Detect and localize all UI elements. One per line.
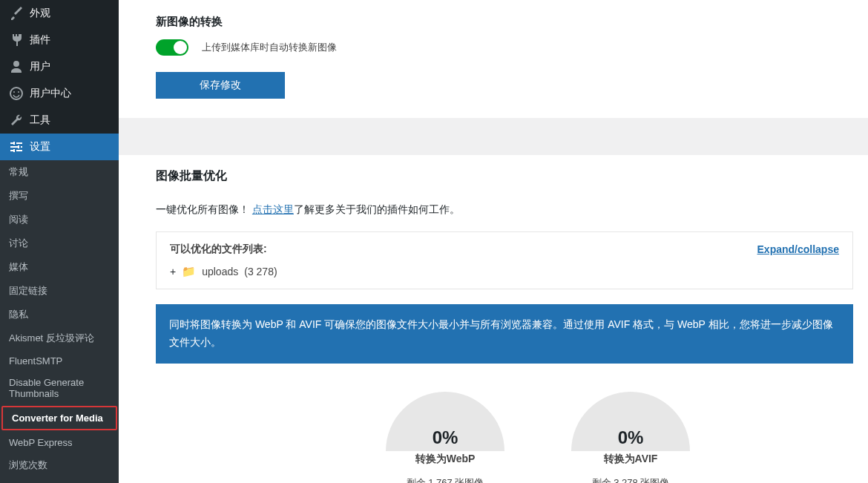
svg-point-2 — [18, 91, 19, 93]
sidebar-item-plugins[interactable]: 插件 — [0, 27, 119, 53]
sidebar-item-usercenter[interactable]: 用户中心 — [0, 80, 119, 107]
sidebar-item-label: 插件 — [30, 33, 50, 47]
gauge-label: 转换为WebP — [386, 453, 504, 466]
main-content: 新图像的转换 上传到媒体库时自动转换新图像 保存修改 图像批量优化 一键优化所有… — [119, 0, 868, 483]
folder-icon: 📁 — [182, 265, 196, 278]
user-icon — [9, 59, 24, 74]
submenu-akismet[interactable]: Akismet 反垃圾评论 — [0, 326, 119, 350]
gauge-percent: 0% — [571, 427, 690, 448]
info-banner: 同时将图像转换为 WebP 和 AVIF 可确保您的图像文件大小最小并与所有浏览… — [156, 304, 853, 364]
submenu-fluentsmtp[interactable]: FluentSMTP — [0, 350, 119, 372]
progress-gauges: 0% 转换为WebP 剩余 1 767 张图像 0% 转换为AVIF 剩余 3 … — [156, 392, 853, 483]
section-new-image-conversion: 新图像的转换 上传到媒体库时自动转换新图像 保存修改 — [156, 15, 853, 99]
gauge-percent: 0% — [386, 427, 504, 448]
section-bulk-optimize: 图像批量优化 一键优化所有图像！ 点击这里了解更多关于我们的插件如何工作。 可以… — [156, 168, 853, 483]
sidebar-item-tools[interactable]: 工具 — [0, 107, 119, 134]
submenu-views[interactable]: 浏览次数 — [0, 453, 119, 477]
submenu-writing[interactable]: 撰写 — [0, 184, 119, 208]
wrench-icon — [9, 113, 24, 128]
sidebar-item-label: 工具 — [30, 114, 50, 127]
auto-convert-toggle[interactable] — [156, 39, 188, 56]
section-title: 图像批量优化 — [156, 168, 853, 184]
plug-icon — [9, 33, 24, 47]
svg-point-1 — [13, 91, 15, 93]
gauge-avif: 0% 转换为AVIF 剩余 3 278 张图像 — [571, 392, 690, 483]
file-list-box: 可以优化的文件列表: Expand/collapse + 📁 uploads (… — [156, 231, 853, 289]
sidebar-item-appearance[interactable]: 外观 — [0, 0, 119, 27]
sliders-icon — [9, 139, 24, 154]
section-description: 一键优化所有图像！ 点击这里了解更多关于我们的插件如何工作。 — [156, 203, 853, 217]
paintbrush-icon — [9, 6, 24, 21]
toggle-label: 上传到媒体库时自动转换新图像 — [202, 41, 337, 54]
submenu-converter-for-media[interactable]: Converter for Media — [1, 406, 117, 430]
submenu-reading[interactable]: 阅读 — [0, 208, 119, 231]
folder-count: (3 278) — [244, 266, 277, 277]
submenu-permalinks[interactable]: 固定链接 — [0, 279, 119, 303]
folder-name: uploads — [202, 266, 238, 277]
admin-sidebar: 外观 插件 用户 用户中心 工具 设置 常规 撰写 阅读 讨论 媒体 固定链接 — [0, 0, 119, 483]
gauge-remaining: 剩余 3 278 张图像 — [571, 476, 690, 483]
sidebar-item-label: 用户中心 — [30, 87, 71, 100]
sidebar-item-label: 外观 — [30, 7, 50, 20]
sidebar-item-label: 设置 — [30, 140, 50, 154]
submenu-general[interactable]: 常规 — [0, 160, 119, 184]
submenu-discussion[interactable]: 讨论 — [0, 231, 119, 255]
expand-collapse-link[interactable]: Expand/collapse — [757, 243, 839, 255]
save-button[interactable]: 保存修改 — [156, 72, 285, 99]
gauge-webp: 0% 转换为WebP 剩余 1 767 张图像 — [386, 392, 504, 483]
submenu-privacy[interactable]: 隐私 — [0, 303, 119, 326]
sidebar-item-label: 用户 — [30, 60, 50, 73]
expand-icon[interactable]: + — [170, 266, 176, 277]
file-tree-row[interactable]: + 📁 uploads (3 278) — [170, 265, 839, 278]
submenu-wp-super-cache[interactable]: WP Super Cache — [0, 477, 119, 483]
section-title: 新图像的转换 — [156, 15, 853, 29]
gauge-remaining: 剩余 1 767 张图像 — [386, 476, 504, 483]
settings-submenu: 常规 撰写 阅读 讨论 媒体 固定链接 隐私 Akismet 反垃圾评论 Flu… — [0, 160, 119, 483]
submenu-media[interactable]: 媒体 — [0, 255, 119, 279]
sidebar-item-settings[interactable]: 设置 — [0, 134, 119, 160]
gauge-label: 转换为AVIF — [571, 453, 690, 466]
file-list-title: 可以优化的文件列表: — [170, 243, 267, 256]
submenu-webp-express[interactable]: WebP Express — [0, 432, 119, 453]
smiley-icon — [9, 86, 24, 101]
learn-more-link[interactable]: 点击这里 — [252, 203, 294, 215]
sidebar-item-users[interactable]: 用户 — [0, 53, 119, 80]
submenu-disable-thumbnails[interactable]: Disable Generate Thumbnails — [0, 372, 119, 404]
